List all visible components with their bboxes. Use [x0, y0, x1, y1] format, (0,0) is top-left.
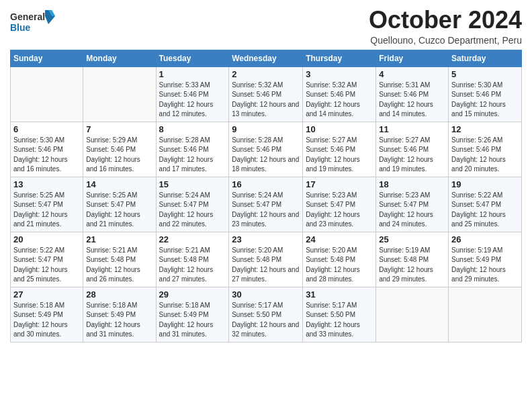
calendar-cell-0-1: [83, 66, 156, 122]
week-row-1: 1Sunrise: 5:33 AMSunset: 5:46 PMDaylight…: [11, 66, 522, 122]
daylight-text: Daylight: 12 hours and 29 minutes.: [451, 265, 519, 285]
day-number: 30: [232, 289, 300, 300]
sunrise-text: Sunrise: 5:28 AM: [232, 136, 300, 146]
sunset-text: Sunset: 5:46 PM: [451, 90, 519, 100]
day-info: Sunrise: 5:26 AMSunset: 5:46 PMDaylight:…: [451, 136, 519, 175]
daylight-text: Daylight: 12 hours and 16 minutes.: [86, 155, 152, 175]
day-info: Sunrise: 5:19 AMSunset: 5:49 PMDaylight:…: [451, 246, 519, 285]
calendar-cell-1-5: 11Sunrise: 5:27 AMSunset: 5:46 PMDayligh…: [376, 122, 449, 177]
sunset-text: Sunset: 5:46 PM: [451, 145, 519, 155]
col-thursday: Thursday: [303, 50, 376, 66]
calendar-cell-2-0: 13Sunrise: 5:25 AMSunset: 5:47 PMDayligh…: [11, 177, 83, 232]
day-number: 12: [451, 124, 519, 134]
day-number: 14: [86, 179, 152, 189]
calendar-cell-3-5: 25Sunrise: 5:19 AMSunset: 5:48 PMDayligh…: [376, 232, 449, 287]
daylight-text: Daylight: 12 hours and 15 minutes.: [451, 100, 519, 120]
sunset-text: Sunset: 5:46 PM: [379, 145, 445, 155]
calendar-cell-1-3: 9Sunrise: 5:28 AMSunset: 5:46 PMDaylight…: [229, 122, 303, 177]
day-number: 11: [379, 124, 445, 134]
sunset-text: Sunset: 5:47 PM: [13, 200, 80, 210]
sunrise-text: Sunrise: 5:20 AM: [306, 246, 373, 256]
daylight-text: Daylight: 12 hours and 30 minutes.: [13, 320, 80, 340]
sunset-text: Sunset: 5:49 PM: [86, 310, 152, 320]
sunset-text: Sunset: 5:47 PM: [232, 200, 300, 210]
sunrise-text: Sunrise: 5:22 AM: [13, 246, 80, 256]
sunset-text: Sunset: 5:47 PM: [451, 200, 519, 210]
day-info: Sunrise: 5:29 AMSunset: 5:46 PMDaylight:…: [86, 136, 152, 175]
day-info: Sunrise: 5:21 AMSunset: 5:48 PMDaylight:…: [159, 246, 226, 285]
col-saturday: Saturday: [449, 50, 522, 66]
daylight-text: Daylight: 12 hours and 24 minutes.: [379, 210, 445, 230]
sunrise-text: Sunrise: 5:26 AM: [451, 136, 519, 146]
daylight-text: Daylight: 12 hours and 14 minutes.: [306, 100, 373, 120]
calendar: Sunday Monday Tuesday Wednesday Thursday…: [10, 50, 522, 342]
day-number: 7: [86, 124, 152, 134]
daylight-text: Daylight: 12 hours and 31 minutes.: [86, 320, 152, 340]
calendar-cell-0-0: [11, 66, 83, 122]
day-info: Sunrise: 5:27 AMSunset: 5:46 PMDaylight:…: [306, 136, 373, 175]
sunrise-text: Sunrise: 5:31 AM: [379, 81, 445, 91]
day-number: 9: [232, 124, 300, 134]
svg-text:General: General: [10, 11, 45, 22]
sunrise-text: Sunrise: 5:28 AM: [159, 136, 226, 146]
sunrise-text: Sunrise: 5:23 AM: [379, 191, 445, 201]
location: Quellouno, Cuzco Department, Peru: [369, 35, 522, 46]
day-info: Sunrise: 5:32 AMSunset: 5:46 PMDaylight:…: [232, 81, 300, 120]
day-number: 13: [13, 179, 80, 189]
col-sunday: Sunday: [11, 50, 83, 66]
sunrise-text: Sunrise: 5:24 AM: [232, 191, 300, 201]
sunset-text: Sunset: 5:47 PM: [306, 200, 373, 210]
sunset-text: Sunset: 5:49 PM: [13, 310, 80, 320]
daylight-text: Daylight: 12 hours and 26 minutes.: [86, 265, 152, 285]
day-info: Sunrise: 5:24 AMSunset: 5:47 PMDaylight:…: [159, 191, 226, 230]
sunset-text: Sunset: 5:48 PM: [306, 255, 373, 265]
day-number: 25: [379, 234, 445, 244]
calendar-cell-3-1: 21Sunrise: 5:21 AMSunset: 5:48 PMDayligh…: [83, 232, 156, 287]
sunset-text: Sunset: 5:49 PM: [159, 310, 226, 320]
sunrise-text: Sunrise: 5:24 AM: [159, 191, 226, 201]
day-number: 10: [306, 124, 373, 134]
calendar-cell-2-5: 18Sunrise: 5:23 AMSunset: 5:47 PMDayligh…: [376, 177, 449, 232]
sunrise-text: Sunrise: 5:29 AM: [86, 136, 152, 146]
sunrise-text: Sunrise: 5:30 AM: [13, 136, 80, 146]
col-friday: Friday: [376, 50, 449, 66]
col-monday: Monday: [83, 50, 156, 66]
day-number: 19: [451, 179, 519, 189]
calendar-cell-0-2: 1Sunrise: 5:33 AMSunset: 5:46 PMDaylight…: [156, 66, 229, 122]
day-number: 2: [232, 69, 300, 79]
daylight-text: Daylight: 12 hours and 12 minutes.: [159, 100, 226, 120]
sunset-text: Sunset: 5:47 PM: [13, 255, 80, 265]
sunrise-text: Sunrise: 5:27 AM: [306, 136, 373, 146]
day-info: Sunrise: 5:25 AMSunset: 5:47 PMDaylight:…: [86, 191, 152, 230]
daylight-text: Daylight: 12 hours and 19 minutes.: [306, 155, 373, 175]
day-number: 21: [86, 234, 152, 244]
day-number: 17: [306, 179, 373, 189]
calendar-cell-2-1: 14Sunrise: 5:25 AMSunset: 5:47 PMDayligh…: [83, 177, 156, 232]
day-number: 27: [13, 289, 80, 300]
day-info: Sunrise: 5:28 AMSunset: 5:46 PMDaylight:…: [232, 136, 300, 175]
day-number: 1: [159, 69, 226, 79]
calendar-cell-0-3: 2Sunrise: 5:32 AMSunset: 5:46 PMDaylight…: [229, 66, 303, 122]
sunrise-text: Sunrise: 5:33 AM: [159, 81, 226, 91]
day-number: 6: [13, 124, 80, 134]
calendar-cell-4-1: 28Sunrise: 5:18 AMSunset: 5:49 PMDayligh…: [83, 287, 156, 342]
sunrise-text: Sunrise: 5:25 AM: [13, 191, 80, 201]
calendar-cell-2-4: 17Sunrise: 5:23 AMSunset: 5:47 PMDayligh…: [303, 177, 376, 232]
daylight-text: Daylight: 12 hours and 13 minutes.: [232, 100, 300, 120]
calendar-cell-1-1: 7Sunrise: 5:29 AMSunset: 5:46 PMDaylight…: [83, 122, 156, 177]
sunset-text: Sunset: 5:46 PM: [159, 145, 226, 155]
page: General Blue October 2024 Quellouno, Cuz…: [0, 0, 532, 411]
daylight-text: Daylight: 12 hours and 18 minutes.: [232, 155, 300, 175]
calendar-cell-2-6: 19Sunrise: 5:22 AMSunset: 5:47 PMDayligh…: [449, 177, 522, 232]
day-info: Sunrise: 5:20 AMSunset: 5:48 PMDaylight:…: [306, 246, 373, 285]
sunset-text: Sunset: 5:48 PM: [232, 255, 300, 265]
day-info: Sunrise: 5:28 AMSunset: 5:46 PMDaylight:…: [159, 136, 226, 175]
day-info: Sunrise: 5:32 AMSunset: 5:46 PMDaylight:…: [306, 81, 373, 120]
calendar-cell-1-2: 8Sunrise: 5:28 AMSunset: 5:46 PMDaylight…: [156, 122, 229, 177]
day-number: 16: [232, 179, 300, 189]
day-info: Sunrise: 5:30 AMSunset: 5:46 PMDaylight:…: [13, 136, 80, 175]
calendar-cell-3-0: 20Sunrise: 5:22 AMSunset: 5:47 PMDayligh…: [11, 232, 83, 287]
day-number: 28: [86, 289, 152, 300]
day-info: Sunrise: 5:19 AMSunset: 5:48 PMDaylight:…: [379, 246, 445, 285]
day-number: 20: [13, 234, 80, 244]
